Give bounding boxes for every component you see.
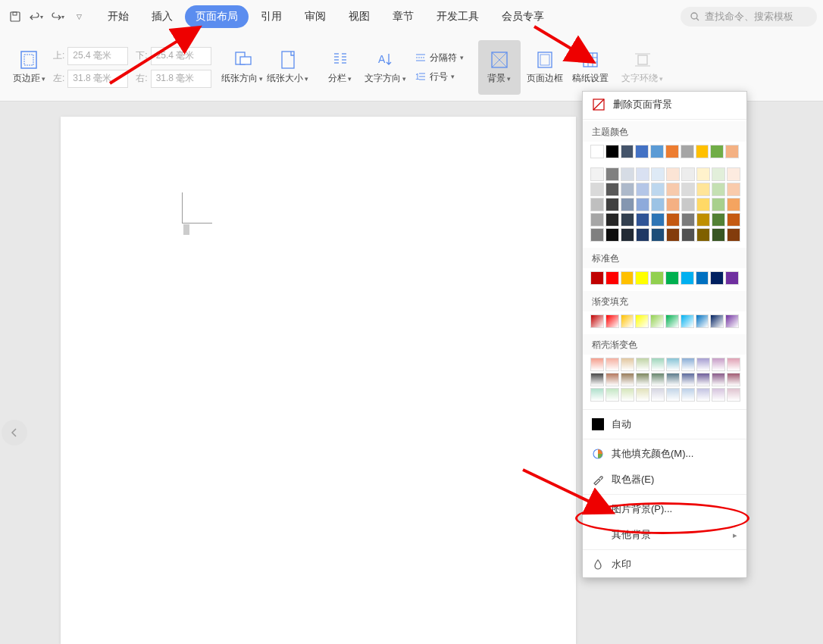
- color-swatch[interactable]: [636, 167, 649, 181]
- menu-start[interactable]: 开始: [97, 5, 139, 28]
- margin-top-input[interactable]: [67, 47, 128, 65]
- other-background-item[interactable]: 其他背景 ▸: [583, 522, 746, 548]
- redo-icon[interactable]: ▾: [49, 8, 67, 26]
- color-swatch[interactable]: [606, 198, 619, 211]
- color-swatch[interactable]: [710, 145, 724, 158]
- color-swatch[interactable]: [696, 373, 710, 386]
- color-swatch[interactable]: [606, 213, 619, 227]
- color-swatch[interactable]: [712, 167, 725, 181]
- color-swatch[interactable]: [681, 213, 695, 227]
- menu-insert[interactable]: 插入: [141, 5, 183, 28]
- background-button[interactable]: 背景: [478, 40, 521, 95]
- color-swatch[interactable]: [712, 213, 725, 227]
- menu-references[interactable]: 引用: [250, 5, 293, 28]
- color-swatch[interactable]: [635, 271, 649, 285]
- color-swatch[interactable]: [696, 167, 710, 181]
- color-swatch[interactable]: [651, 183, 665, 196]
- color-swatch[interactable]: [621, 358, 634, 371]
- menu-page-layout[interactable]: 页面布局: [185, 5, 249, 28]
- color-swatch[interactable]: [725, 271, 739, 285]
- color-swatch[interactable]: [681, 167, 695, 181]
- color-swatch[interactable]: [712, 198, 725, 211]
- color-swatch[interactable]: [650, 145, 664, 158]
- color-swatch[interactable]: [710, 271, 724, 285]
- color-swatch[interactable]: [590, 373, 604, 386]
- manuscript-button[interactable]: 稿纸设置: [569, 40, 612, 95]
- color-swatch[interactable]: [681, 373, 695, 386]
- menu-devtools[interactable]: 开发工具: [426, 5, 490, 28]
- margin-right-input[interactable]: [151, 70, 211, 88]
- color-swatch[interactable]: [712, 358, 725, 371]
- margins-button[interactable]: 页边距: [8, 40, 50, 95]
- color-swatch[interactable]: [606, 228, 619, 242]
- color-swatch[interactable]: [651, 167, 665, 181]
- color-swatch[interactable]: [665, 271, 679, 285]
- color-swatch[interactable]: [681, 388, 695, 402]
- color-swatch[interactable]: [727, 228, 740, 242]
- color-swatch[interactable]: [621, 373, 634, 386]
- color-swatch[interactable]: [590, 167, 604, 181]
- color-swatch[interactable]: [681, 314, 694, 328]
- color-swatch[interactable]: [727, 373, 740, 386]
- color-swatch[interactable]: [606, 183, 619, 196]
- color-swatch[interactable]: [712, 388, 725, 402]
- line-number-button[interactable]: 1行号▾: [410, 69, 468, 85]
- color-swatch[interactable]: [727, 388, 740, 402]
- margin-left-input[interactable]: [67, 70, 128, 88]
- color-swatch[interactable]: [606, 358, 619, 371]
- color-swatch[interactable]: [590, 145, 604, 158]
- qat-more-icon[interactable]: ▽: [70, 8, 88, 26]
- menu-chapters[interactable]: 章节: [382, 5, 424, 28]
- watermark-item[interactable]: 水印: [583, 552, 746, 577]
- color-swatch[interactable]: [621, 388, 634, 402]
- color-swatch[interactable]: [651, 358, 665, 371]
- color-swatch[interactable]: [710, 314, 724, 328]
- color-swatch[interactable]: [666, 228, 680, 242]
- color-swatch[interactable]: [681, 271, 694, 285]
- color-swatch[interactable]: [635, 145, 649, 158]
- color-swatch[interactable]: [636, 183, 649, 196]
- margin-bottom-input[interactable]: [151, 47, 211, 65]
- color-swatch[interactable]: [621, 228, 634, 242]
- paper-orientation-button[interactable]: 纸张方向: [221, 40, 264, 95]
- color-swatch[interactable]: [651, 228, 665, 242]
- color-swatch[interactable]: [621, 198, 634, 211]
- color-swatch[interactable]: [696, 183, 710, 196]
- color-swatch[interactable]: [590, 183, 604, 196]
- color-swatch[interactable]: [727, 213, 740, 227]
- color-swatch[interactable]: [681, 358, 695, 371]
- color-swatch[interactable]: [651, 388, 665, 402]
- color-swatch[interactable]: [590, 228, 604, 242]
- color-swatch[interactable]: [621, 314, 634, 328]
- color-swatch[interactable]: [606, 388, 619, 402]
- color-swatch[interactable]: [651, 373, 665, 386]
- color-swatch[interactable]: [681, 228, 695, 242]
- color-swatch[interactable]: [606, 314, 619, 328]
- color-swatch[interactable]: [635, 314, 649, 328]
- menu-review[interactable]: 审阅: [294, 5, 336, 28]
- color-swatch[interactable]: [681, 183, 695, 196]
- color-swatch[interactable]: [696, 198, 710, 211]
- color-swatch[interactable]: [666, 183, 680, 196]
- color-swatch[interactable]: [665, 145, 679, 158]
- color-swatch[interactable]: [681, 145, 694, 158]
- color-swatch[interactable]: [636, 358, 649, 371]
- color-swatch[interactable]: [636, 213, 649, 227]
- color-swatch[interactable]: [666, 198, 680, 211]
- color-swatch[interactable]: [606, 145, 619, 158]
- save-icon[interactable]: [6, 8, 24, 26]
- color-swatch[interactable]: [650, 271, 664, 285]
- color-swatch[interactable]: [712, 373, 725, 386]
- color-swatch[interactable]: [621, 183, 634, 196]
- auto-color-item[interactable]: 自动: [583, 411, 746, 437]
- color-swatch[interactable]: [621, 167, 634, 181]
- undo-icon[interactable]: ▾: [27, 8, 45, 26]
- color-swatch[interactable]: [696, 213, 710, 227]
- color-swatch[interactable]: [636, 198, 649, 211]
- color-swatch[interactable]: [696, 228, 710, 242]
- separator-button[interactable]: 分隔符▾: [410, 50, 468, 66]
- color-swatch[interactable]: [606, 271, 619, 285]
- color-swatch[interactable]: [696, 388, 710, 402]
- color-swatch[interactable]: [636, 373, 649, 386]
- color-swatch[interactable]: [725, 145, 739, 158]
